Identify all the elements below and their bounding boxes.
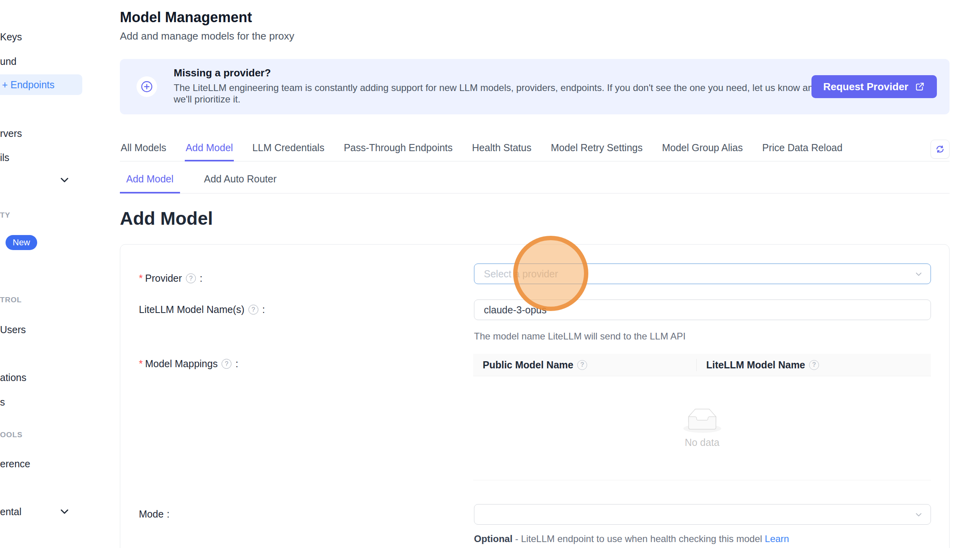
new-badge: New	[6, 235, 37, 250]
help-icon[interactable]: ?	[577, 360, 587, 370]
add-model-subtabs: Add Model Add Auto Router	[120, 173, 950, 193]
empty-inbox-icon	[683, 408, 721, 433]
required-asterisk: *	[139, 358, 143, 370]
table-header-row: Public Model Name ? LiteLLM Model Name ?	[473, 354, 931, 376]
column-header-litellm-model-name: LiteLLM Model Name ?	[697, 354, 832, 376]
chevron-down-icon[interactable]	[59, 176, 70, 184]
sidebar-item-users[interactable]: Users	[0, 324, 26, 336]
label-colon: :	[262, 304, 265, 315]
mode-help-optional: Optional	[474, 533, 512, 544]
sidebar-item-endpoints-label: + Endpoints	[2, 79, 55, 91]
tab-price-data-reload[interactable]: Price Data Reload	[761, 140, 843, 161]
tab-model-group-alias[interactable]: Model Group Alias	[661, 140, 743, 161]
model-tabs: All Models Add Model LLM Credentials Pas…	[120, 140, 950, 161]
sidebar-item-servers[interactable]: rvers	[0, 127, 22, 139]
provider-placeholder: Select a provider	[484, 268, 558, 280]
label-colon: :	[235, 358, 238, 370]
required-asterisk: *	[139, 273, 143, 284]
model-name-label: LiteLLM Model Name(s) ? :	[139, 304, 265, 315]
page-subtitle: Add and manage models for the proxy	[120, 30, 950, 42]
tab-pass-through-endpoints[interactable]: Pass-Through Endpoints	[343, 140, 453, 161]
help-icon[interactable]: ?	[186, 273, 196, 283]
plus-circle-icon	[136, 76, 157, 97]
sidebar-item-teams[interactable]: s	[0, 396, 5, 408]
tab-model-retry-settings[interactable]: Model Retry Settings	[550, 140, 643, 161]
refresh-button[interactable]	[931, 140, 950, 159]
chevron-down-icon	[914, 269, 923, 279]
sidebar-item-playground[interactable]: und	[0, 55, 17, 67]
chevron-down-icon	[914, 510, 923, 520]
mode-help-text: Optional - LiteLLM endpoint to use when …	[474, 533, 789, 544]
model-mappings-label-text: Model Mappings	[145, 358, 218, 370]
refresh-icon	[935, 144, 945, 154]
add-model-form-card: * Provider ? : Select a provider LiteLLM…	[120, 244, 950, 548]
provider-label: * Provider ? :	[139, 273, 203, 284]
page-title: Model Management	[120, 9, 950, 26]
main-content: Model Management Add and manage models f…	[120, 0, 950, 548]
tab-llm-credentials[interactable]: LLM Credentials	[252, 140, 325, 161]
request-provider-button[interactable]: Request Provider	[811, 75, 937, 98]
mode-select[interactable]	[474, 504, 931, 525]
label-colon: :	[200, 273, 203, 284]
banner-body: The LiteLLM engineering team is constant…	[174, 82, 838, 105]
tab-add-model[interactable]: Add Model	[185, 140, 234, 161]
mode-label: Mode :	[139, 508, 170, 520]
model-name-label-text: LiteLLM Model Name(s)	[139, 304, 245, 315]
help-icon[interactable]: ?	[809, 360, 819, 370]
add-model-heading: Add Model	[120, 208, 950, 229]
tab-health-status[interactable]: Health Status	[471, 140, 532, 161]
sidebar-section-label: TY	[0, 211, 10, 220]
help-icon[interactable]: ?	[248, 305, 258, 315]
help-icon[interactable]: ?	[222, 359, 231, 369]
external-link-icon	[915, 82, 925, 92]
table-empty-state: No data	[473, 376, 931, 480]
sidebar: Keys und + Endpoints rvers ils TY New TR…	[0, 0, 91, 548]
subtab-add-model[interactable]: Add Model	[120, 173, 180, 193]
subtab-add-auto-router[interactable]: Add Auto Router	[198, 173, 283, 193]
banner-title: Missing a provider?	[174, 67, 271, 79]
sidebar-item-keys[interactable]: Keys	[0, 31, 22, 43]
sidebar-section-label: OOLS	[0, 430, 23, 439]
model-name-input[interactable]	[474, 300, 931, 320]
sidebar-item-endpoints-active[interactable]: + Endpoints	[0, 74, 82, 95]
provider-select[interactable]: Select a provider	[474, 264, 931, 284]
request-provider-label: Request Provider	[823, 81, 908, 93]
mode-label-text: Mode	[139, 508, 164, 520]
sidebar-item-organizations[interactable]: ations	[0, 372, 27, 383]
column-header-public-model-name: Public Model Name ?	[473, 354, 697, 376]
model-name-help-text: The model name LiteLLM will send to the …	[474, 331, 686, 342]
mode-help-body: - LiteLLM endpoint to use when health ch…	[512, 533, 765, 544]
no-data-text: No data	[685, 437, 720, 448]
sidebar-item-guardrails[interactable]: ils	[0, 152, 9, 163]
model-mappings-label: * Model Mappings ? :	[139, 358, 238, 370]
sidebar-section-label: TROL	[0, 296, 22, 304]
provider-label-text: Provider	[145, 273, 182, 284]
sidebar-item-reference[interactable]: erence	[0, 458, 30, 470]
tab-all-models[interactable]: All Models	[120, 140, 167, 161]
column-header-text: LiteLLM Model Name	[706, 359, 805, 371]
chevron-down-icon[interactable]	[59, 508, 70, 515]
missing-provider-banner: Missing a provider? The LiteLLM engineer…	[120, 59, 950, 114]
mode-help-learn-link[interactable]: Learn	[765, 533, 789, 544]
model-mappings-table: Public Model Name ? LiteLLM Model Name ?	[473, 354, 931, 480]
sidebar-item-experimental[interactable]: ental	[0, 506, 21, 518]
label-colon: :	[167, 508, 170, 520]
column-header-text: Public Model Name	[483, 359, 573, 371]
